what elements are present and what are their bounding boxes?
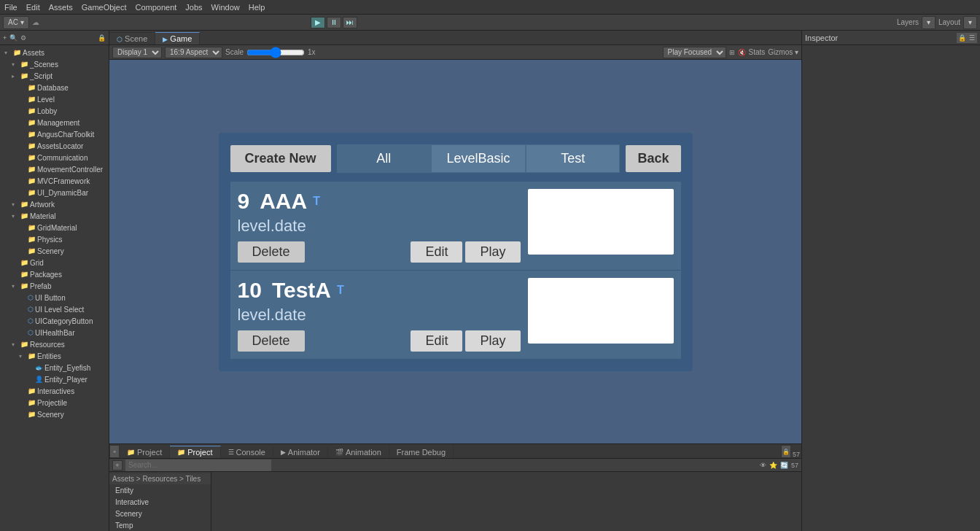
bottom-tab-framedebug[interactable]: Frame Debug	[389, 446, 454, 458]
back-button[interactable]: Back	[626, 145, 680, 172]
assets-prefab[interactable]: ▾📁 Prefab	[0, 280, 109, 292]
bottom-breadcrumb: Assets > Resources > Tiles	[109, 473, 211, 484]
delete-button-0[interactable]: Delete	[238, 241, 305, 263]
gizmos-btn[interactable]: Gizmos ▾	[768, 48, 798, 56]
assets-management[interactable]: 📁 Management	[0, 117, 109, 128]
assets-communication[interactable]: 📁 Communication	[0, 152, 109, 163]
display-dropdown[interactable]: Display 1	[112, 47, 162, 58]
filter-tab-levelbasic[interactable]: LevelBasic	[431, 144, 526, 173]
edit-button-1[interactable]: Edit	[411, 330, 462, 352]
assets-root[interactable]: ▾📁 Assets	[0, 47, 109, 58]
bottom-tab-project-1[interactable]: 📁 Project	[120, 446, 170, 458]
bottom-temp-item[interactable]: Temp	[109, 519, 211, 531]
assets-uicategorybutton[interactable]: ⬡ UICategoryButton	[0, 315, 109, 327]
project-search-input[interactable]	[125, 460, 271, 471]
edit-button-0[interactable]: Edit	[411, 241, 462, 263]
bottom-tab-animation[interactable]: 🎬 Animation	[328, 446, 389, 458]
assets-mvcframework[interactable]: 📁 MVCFramework	[0, 175, 109, 187]
bottom-scenery-item[interactable]: Scenery	[109, 508, 211, 519]
assets-scenes[interactable]: ▾📁 _Scenes	[0, 58, 109, 70]
assets-uihealthbar[interactable]: ⬡ UIHealthBar	[0, 327, 109, 338]
assets-uibutton[interactable]: ⬡ UI Button	[0, 292, 109, 303]
assets-entity-player[interactable]: 👤 Entity_Player	[0, 373, 109, 385]
toolbar-right: Layers ▾ Layout ▾	[897, 16, 977, 29]
menu-assets[interactable]: Assets	[49, 3, 73, 12]
assets-lock-btn[interactable]: 🔒	[98, 34, 106, 42]
level-preview-1	[528, 278, 674, 344]
project-icon-btn-3[interactable]: 🔄	[780, 462, 788, 469]
menu-component[interactable]: Component	[135, 3, 176, 12]
aspect-dropdown[interactable]: 16:9 Aspect	[165, 47, 222, 58]
inspector-title: Inspector	[805, 34, 957, 42]
assets-script[interactable]: ▸📁 _Script	[0, 70, 109, 82]
assets-assetslocator[interactable]: 📁 AssetsLocator	[0, 140, 109, 152]
bottom-tab-animation-label: Animation	[346, 448, 381, 457]
assets-packages[interactable]: 📁 Packages	[0, 268, 109, 280]
project-icon-btn-2[interactable]: ⭐	[769, 462, 777, 469]
assets-resources[interactable]: ▾📁 Resources	[0, 338, 109, 350]
maximize-btn[interactable]: ⊞	[729, 49, 735, 56]
menu-jobs[interactable]: Jobs	[185, 3, 202, 12]
view-tabs: ⬡ Scene ▶ Game	[109, 31, 801, 45]
bottom-interactive-item[interactable]: Interactive	[109, 496, 211, 508]
step-button[interactable]: ⏭	[343, 17, 357, 28]
add-tab-btn[interactable]: +	[109, 445, 120, 458]
assets-physics[interactable]: 📁 Physics	[0, 233, 109, 245]
inspector-lock-btn[interactable]: 🔒	[957, 33, 967, 43]
assets-uidynamicbar[interactable]: 📁 UI_DynamicBar	[0, 187, 109, 198]
bottom-add-btn[interactable]: +	[112, 460, 122, 470]
scene-tab[interactable]: ⬡ Scene	[109, 32, 155, 44]
menu-file[interactable]: File	[4, 3, 18, 12]
assets-scenery[interactable]: 📁 Scenery	[0, 408, 109, 420]
filter-tab-all[interactable]: All	[337, 144, 432, 173]
menu-edit[interactable]: Edit	[26, 3, 40, 12]
assets-uilevelselect[interactable]: ⬡ UI Level Select	[0, 303, 109, 315]
collapse-bottom-btn[interactable]: 🔒	[781, 445, 791, 458]
game-tab[interactable]: ▶ Game	[155, 32, 200, 44]
assets-grid[interactable]: 📁 Grid	[0, 257, 109, 268]
assets-angus[interactable]: 📁 AngusCharToolkit	[0, 128, 109, 140]
game-view: Create New All LevelBasic Test Back	[109, 60, 801, 443]
assets-search-btn[interactable]: 🔍	[9, 34, 18, 42]
scale-slider[interactable]	[246, 49, 305, 56]
mute-btn[interactable]: 🔇	[738, 49, 746, 56]
play-button-0[interactable]: Play	[465, 241, 520, 263]
stats-btn[interactable]: Stats	[749, 48, 766, 56]
assets-material[interactable]: ▾📁 Material	[0, 210, 109, 222]
play-button-1[interactable]: Play	[465, 330, 520, 352]
delete-button-1[interactable]: Delete	[238, 330, 305, 352]
assets-movementcontroller[interactable]: 📁 MovementController	[0, 163, 109, 175]
assets-lobby[interactable]: 📁 Lobby	[0, 105, 109, 117]
assets-interactives[interactable]: 📁 Interactives	[0, 385, 109, 397]
assets-entities[interactable]: ▾📁 Entities	[0, 350, 109, 362]
bottom-tab-animator[interactable]: ▶ Animator	[273, 446, 328, 458]
assets-options-btn[interactable]: ⚙	[20, 34, 26, 42]
bottom-entity-item[interactable]: Entity	[109, 484, 211, 496]
ac-dropdown[interactable]: AC ▾	[3, 16, 29, 29]
bottom-tab-project-2[interactable]: 📁 Project	[170, 446, 220, 458]
assets-database[interactable]: 📁 Database	[0, 82, 109, 93]
inspector-menu-btn[interactable]: ☰	[967, 33, 977, 43]
menu-window[interactable]: Window	[211, 3, 240, 12]
project-icon-btn-1[interactable]: 👁	[760, 462, 766, 469]
assets-add-btn[interactable]: +	[3, 34, 7, 42]
assets-entity-eyefish[interactable]: 🐟 Entity_Eyefish	[0, 362, 109, 373]
play-focused-dropdown[interactable]: Play Focused	[663, 47, 726, 58]
assets-scenery-mat[interactable]: 📁 Scenery	[0, 245, 109, 257]
layers-dropdown[interactable]: ▾	[922, 16, 936, 29]
filter-tab-test[interactable]: Test	[526, 144, 621, 173]
level-preview-0	[528, 189, 674, 255]
play-button[interactable]: ▶	[311, 17, 325, 28]
menu-help[interactable]: Help	[249, 3, 265, 12]
assets-artwork[interactable]: ▾📁 Artwork	[0, 198, 109, 210]
create-new-button[interactable]: Create New	[230, 145, 331, 172]
assets-projectile[interactable]: 📁 Projectile	[0, 397, 109, 408]
layout-dropdown[interactable]: ▾	[963, 16, 977, 29]
pause-button[interactable]: ⏸	[327, 17, 341, 28]
assets-level[interactable]: 📁 Level	[0, 93, 109, 105]
bottom-panel-counter: 57	[791, 451, 801, 458]
bottom-tabs-bar: + 📁 Project 📁 Project ☰ Console ▶	[109, 444, 801, 459]
bottom-tab-console[interactable]: ☰ Console	[221, 446, 273, 458]
menu-gameobject[interactable]: GameObject	[82, 3, 127, 12]
assets-gridmaterial[interactable]: 📁 GridMaterial	[0, 222, 109, 233]
